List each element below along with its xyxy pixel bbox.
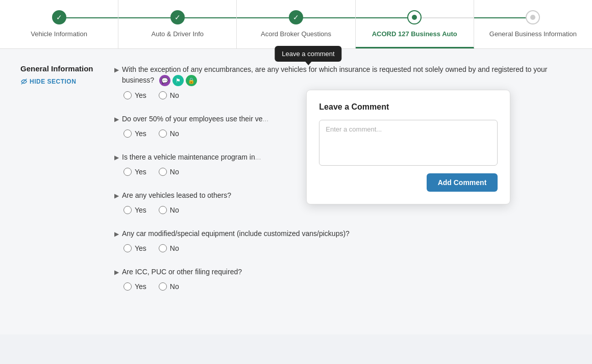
radio-input-yes-3[interactable]	[124, 168, 132, 176]
step-circle-general-business	[526, 10, 540, 24]
radio-label-no-1: No	[170, 91, 179, 99]
radio-label-yes-1: Yes	[135, 91, 146, 99]
radio-input-yes-2[interactable]	[124, 129, 132, 138]
radio-yes-3[interactable]: Yes	[124, 168, 146, 176]
step-acord-127[interactable]: ACORD 127 Business Auto	[356, 0, 474, 48]
comment-panel: Leave a Comment Add Comment	[306, 90, 510, 204]
radio-no-2[interactable]: No	[159, 129, 179, 138]
step-acord-broker[interactable]: ✓ Acord Broker Questions	[237, 0, 355, 48]
radio-group-5: Yes No	[114, 244, 572, 252]
step-auto-driver[interactable]: ✓ Auto & Driver Info	[118, 0, 237, 48]
radio-no-5[interactable]: No	[159, 244, 179, 252]
radio-label-no-5: No	[170, 244, 179, 252]
arrow-icon-4: ▶	[114, 191, 119, 200]
step-label-acord-127: ACORD 127 Business Auto	[372, 30, 457, 39]
radio-label-no-2: No	[170, 129, 179, 138]
radio-label-yes-3: Yes	[135, 168, 146, 176]
step-vehicle-info[interactable]: ✓ Vehicle Information	[0, 0, 118, 48]
tooltip-text: Leave a comment	[282, 50, 334, 58]
radio-label-yes-4: Yes	[135, 206, 146, 214]
hide-section-label: HIDE SECTION	[30, 78, 76, 85]
radio-no-3[interactable]: No	[159, 168, 179, 176]
question-label-3: Is there a vehicle maintenance program i…	[122, 152, 261, 163]
radio-input-yes-1[interactable]	[124, 91, 132, 99]
step-label-acord-broker: Acord Broker Questions	[261, 30, 331, 39]
radio-yes-5[interactable]: Yes	[124, 244, 146, 252]
step-circle-acord-127	[407, 10, 422, 24]
question-item-6: ▶ Are ICC, PUC or other filing required?…	[114, 267, 572, 291]
step-label-auto-driver: Auto & Driver Info	[152, 30, 204, 39]
step-label-vehicle-info: Vehicle Information	[31, 30, 87, 39]
radio-group-4: Yes No	[114, 206, 572, 214]
badge-green[interactable]: 🔒	[186, 75, 197, 86]
step-circle-auto-driver: ✓	[170, 10, 185, 24]
comment-panel-title: Leave a Comment	[319, 102, 498, 112]
icon-badges-1: 💬 ⚑ 🔒	[159, 75, 197, 86]
radio-input-yes-4[interactable]	[124, 206, 132, 214]
step-circle-vehicle-info: ✓	[52, 10, 66, 24]
step-general-business[interactable]: General Business Information	[474, 0, 592, 48]
sidebar-title: General Information	[20, 64, 102, 73]
arrow-icon-6: ▶	[114, 268, 119, 277]
radio-group-6: Yes No	[114, 282, 572, 291]
question-label-4: Are any vehicles leased to others?	[122, 190, 231, 201]
radio-label-yes-2: Yes	[135, 129, 146, 138]
question-label-5: Any car modified/special equipment (incl…	[122, 228, 350, 239]
radio-label-no-4: No	[170, 206, 179, 214]
radio-label-yes-5: Yes	[135, 244, 146, 252]
sidebar: General Information HIDE SECTION	[20, 64, 102, 305]
arrow-icon-1: ▶	[114, 65, 119, 74]
step-circle-acord-broker: ✓	[289, 10, 303, 24]
radio-input-no-2[interactable]	[159, 129, 167, 138]
add-comment-button[interactable]: Add Comment	[427, 173, 498, 192]
radio-no-4[interactable]: No	[159, 206, 179, 214]
badge-purple[interactable]: 💬	[159, 75, 170, 86]
hide-section-button[interactable]: HIDE SECTION	[20, 78, 102, 85]
question-label-1: With the exception of any encumbrances, …	[122, 64, 572, 86]
comment-textarea[interactable]	[319, 120, 498, 166]
stepper-wrapper: ✓ Vehicle Information ✓ Auto & Driver In…	[0, 0, 592, 49]
badge-teal[interactable]: ⚑	[172, 75, 184, 86]
radio-label-no-6: No	[170, 282, 179, 291]
question-item-5: ▶ Any car modified/special equipment (in…	[114, 228, 572, 252]
radio-yes-6[interactable]: Yes	[124, 282, 146, 291]
question-text-5: ▶ Any car modified/special equipment (in…	[114, 228, 572, 239]
arrow-icon-5: ▶	[114, 229, 119, 239]
question-label-2: Do over 50% of your employees use their …	[122, 114, 268, 124]
content-layout: General Information HIDE SECTION Leave a…	[20, 64, 572, 305]
radio-no-1[interactable]: No	[159, 91, 179, 99]
radio-label-yes-6: Yes	[135, 282, 146, 291]
radio-input-no-4[interactable]	[159, 206, 167, 214]
radio-input-no-6[interactable]	[159, 282, 167, 291]
arrow-icon-2: ▶	[114, 115, 119, 124]
radio-yes-2[interactable]: Yes	[124, 129, 146, 138]
question-text-1: ▶ With the exception of any encumbrances…	[114, 64, 572, 86]
step-label-general-business: General Business Information	[489, 30, 577, 39]
radio-input-no-3[interactable]	[159, 168, 167, 176]
radio-yes-1[interactable]: Yes	[124, 91, 146, 99]
question-label-6: Are ICC, PUC or other filing required?	[122, 267, 242, 277]
hide-icon	[20, 78, 28, 85]
arrow-icon-3: ▶	[114, 153, 119, 162]
radio-input-no-1[interactable]	[159, 91, 167, 99]
radio-label-no-3: No	[170, 168, 179, 176]
question-text-6: ▶ Are ICC, PUC or other filing required?	[114, 267, 572, 277]
main-content: General Information HIDE SECTION Leave a…	[0, 49, 592, 334]
radio-input-yes-6[interactable]	[124, 282, 132, 291]
radio-no-6[interactable]: No	[159, 282, 179, 291]
questions-area: Leave a comment ▶ With the exception of …	[114, 64, 572, 305]
radio-input-yes-5[interactable]	[124, 244, 132, 252]
tooltip-wrapper: Leave a comment	[275, 46, 341, 62]
radio-input-no-5[interactable]	[159, 244, 167, 252]
tooltip-bubble: Leave a comment	[275, 46, 341, 62]
radio-yes-4[interactable]: Yes	[124, 206, 146, 214]
stepper: ✓ Vehicle Information ✓ Auto & Driver In…	[0, 0, 592, 48]
